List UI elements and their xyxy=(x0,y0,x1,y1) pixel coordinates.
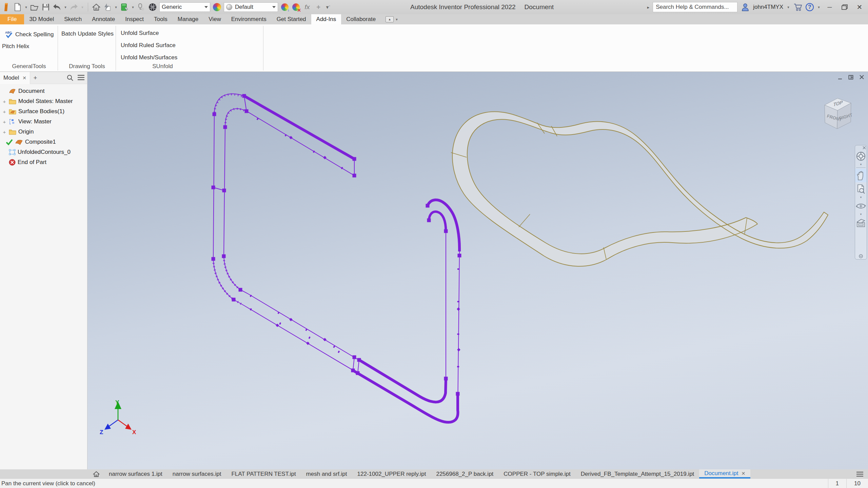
tab-annotate[interactable]: Annotate xyxy=(87,14,120,24)
update-dropdown[interactable]: ▾ xyxy=(114,5,118,9)
navbar-collapse-icon[interactable] xyxy=(859,254,863,258)
home-tab-button[interactable] xyxy=(89,469,104,479)
doc-tab[interactable]: narrow surfaces 1.ipt xyxy=(104,469,167,479)
expand-icon[interactable]: + xyxy=(0,99,9,104)
color-wheel-icon[interactable] xyxy=(213,3,221,12)
constraint-icon[interactable] xyxy=(137,3,146,12)
new-file-button[interactable] xyxy=(13,3,22,12)
tab-3d-model[interactable]: 3D Model xyxy=(24,14,59,24)
tab-tools[interactable]: Tools xyxy=(149,14,173,24)
tab-view[interactable]: View xyxy=(203,14,226,24)
ribbon-display-toggle[interactable]: ▲ ▾ xyxy=(386,14,398,24)
home-view-button[interactable] xyxy=(92,3,101,12)
canvas-minimize-button[interactable] xyxy=(837,75,843,80)
doc-tab[interactable]: mesh and srf.ipt xyxy=(301,469,352,479)
close-icon[interactable]: ✕ xyxy=(741,471,745,476)
add-browser-tab-button[interactable]: + xyxy=(30,74,40,82)
zoom-tool-button[interactable] xyxy=(855,182,867,196)
doc-tab[interactable]: narrow surfaces.ipt xyxy=(167,469,226,479)
expand-icon[interactable]: + xyxy=(0,109,9,115)
doc-tabs-menu-icon[interactable] xyxy=(856,469,868,479)
search-icon[interactable] xyxy=(67,75,74,81)
material-combobox[interactable]: Generic xyxy=(159,2,210,12)
username[interactable]: john4TMYX xyxy=(753,4,783,11)
doc-tab[interactable]: Derived_FB_Template_Attempt_15_2019.ipt xyxy=(576,469,699,479)
clear-appearance-icon[interactable]: ✕ xyxy=(292,3,300,12)
tab-environments[interactable]: Environments xyxy=(226,14,272,24)
close-icon[interactable]: ✕ xyxy=(22,75,26,81)
doc-tab[interactable]: 2256968_2_P back.ipt xyxy=(431,469,498,479)
model-geometry[interactable] xyxy=(87,72,868,469)
check-spelling-button[interactable]: ABC Check Spelling xyxy=(5,30,54,39)
tab-file[interactable]: File xyxy=(0,14,24,24)
update-document-dropdown[interactable]: ▾ xyxy=(131,5,135,9)
pan-tool-button[interactable] xyxy=(855,169,867,182)
tree-item-document[interactable]: Document xyxy=(0,86,87,96)
undo-dropdown[interactable]: ▾ xyxy=(64,5,67,9)
canvas-restore-button[interactable] xyxy=(848,75,854,80)
help-dropdown[interactable]: ▾ xyxy=(817,5,821,9)
parameters-fx-icon[interactable]: fx xyxy=(303,3,312,12)
search-input[interactable]: Search Help & Commands... xyxy=(653,2,737,12)
tree-item-model-states[interactable]: + Model States: Master xyxy=(0,96,87,106)
open-button[interactable] xyxy=(30,3,39,12)
toolbar-overflow-dropdown[interactable]: ▼̄ xyxy=(325,5,329,10)
browser-menu-icon[interactable] xyxy=(78,75,84,81)
close-button[interactable]: ✕ xyxy=(854,2,865,13)
viewport-canvas[interactable]: TOP FRONT RIGHT ▾ ▾ ▾ xyxy=(87,72,868,469)
unfold-mesh-surfaces-button[interactable]: Unfold Mesh/Surfaces xyxy=(121,54,177,61)
help-icon[interactable]: ? xyxy=(806,3,814,11)
unfold-surface-button[interactable]: Unfold Surface xyxy=(121,30,159,37)
tree-item-origin[interactable]: + Origin xyxy=(0,127,87,137)
sketch-update-icon[interactable] xyxy=(103,3,112,12)
tree-item-surface-bodies[interactable]: + Surface Bodies(1) xyxy=(0,106,87,117)
material-ball-icon[interactable] xyxy=(148,3,157,12)
doc-tab-active[interactable]: Document.ipt ✕ xyxy=(699,469,750,479)
tab-manage[interactable]: Manage xyxy=(173,14,203,24)
doc-tab[interactable]: FLAT PATTERN TEST.ipt xyxy=(226,469,301,479)
tab-sketch[interactable]: Sketch xyxy=(59,14,87,24)
expand-icon[interactable]: + xyxy=(0,119,9,125)
user-dropdown[interactable]: ▾ xyxy=(787,5,790,9)
expand-icon[interactable]: + xyxy=(0,129,9,135)
redo-button[interactable] xyxy=(70,3,78,12)
unfolded-contours-selection[interactable] xyxy=(212,94,461,422)
batch-update-styles-button[interactable]: Batch Update Styles xyxy=(61,30,114,37)
add-to-toolbar-icon[interactable]: + xyxy=(314,3,323,12)
restore-button[interactable] xyxy=(839,2,850,13)
update-document-button[interactable] xyxy=(120,3,129,12)
look-at-tool-button[interactable] xyxy=(855,216,867,230)
tab-get-started[interactable]: Get Started xyxy=(272,14,311,24)
viewcube[interactable]: TOP FRONT RIGHT xyxy=(818,93,859,137)
new-file-dropdown[interactable]: ▾ xyxy=(24,5,28,9)
tab-inspect[interactable]: Inspect xyxy=(120,14,149,24)
unfold-ruled-surface-button[interactable]: Unfold Ruled Surface xyxy=(121,42,176,49)
browser-tab-model[interactable]: Model ✕ xyxy=(0,72,30,84)
navbar-close-icon[interactable] xyxy=(863,146,866,149)
appearance-combobox[interactable]: Default xyxy=(224,2,278,12)
doc-tab[interactable]: 122-1002_UPPER reply.ipt xyxy=(352,469,431,479)
tab-collaborate[interactable]: Collaborate xyxy=(341,14,381,24)
panel-label-generaltools[interactable]: GeneralTools xyxy=(0,63,58,70)
panel-label-sunfold[interactable]: SUnfold xyxy=(62,63,263,70)
ribbon-toggle-dropdown[interactable]: ▾ xyxy=(395,17,398,22)
tree-item-composite1[interactable]: Composite1 xyxy=(0,137,87,147)
zoom-dropdown[interactable]: ▾ xyxy=(860,196,862,199)
surface-band[interactable] xyxy=(451,111,828,266)
cart-icon[interactable] xyxy=(793,3,802,12)
pitch-helix-button[interactable]: Pitch Helix xyxy=(2,43,29,50)
tab-add-ins[interactable]: Add-Ins xyxy=(311,14,341,24)
orbit-tool-button[interactable] xyxy=(855,199,867,213)
wheel-dropdown[interactable]: ▾ xyxy=(860,163,862,166)
minimize-button[interactable]: ─ xyxy=(824,2,835,13)
user-avatar-icon[interactable] xyxy=(741,3,750,12)
search-expand-arrow[interactable]: ▸ xyxy=(647,5,650,10)
orbit-dropdown[interactable]: ▾ xyxy=(860,213,862,216)
navigation-wheel-button[interactable] xyxy=(855,149,867,163)
adjust-appearance-icon[interactable]: ↓ xyxy=(280,3,289,12)
doc-tab[interactable]: COPPER - TOP simple.ipt xyxy=(498,469,575,479)
undo-button[interactable] xyxy=(53,3,61,12)
save-button[interactable] xyxy=(41,3,50,12)
redo-dropdown[interactable]: ▾ xyxy=(81,5,84,9)
tree-item-end-of-part[interactable]: End of Part xyxy=(0,157,87,167)
